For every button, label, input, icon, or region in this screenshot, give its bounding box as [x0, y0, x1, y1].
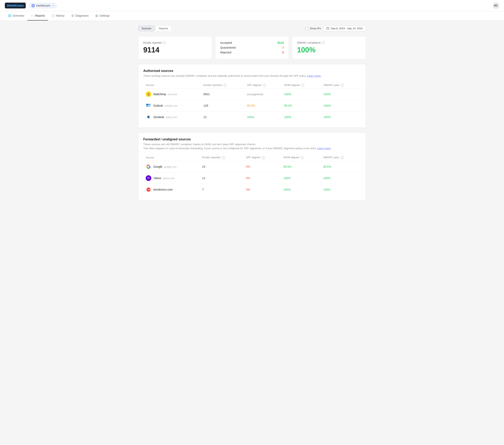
spf-aligned-value: 0% — [244, 184, 281, 195]
dkim-aligned-value: 100% — [281, 172, 321, 184]
spf-aligned-value: 0% — [244, 161, 281, 172]
dmarc-compliance-label: DMARC compliance i — [297, 41, 361, 44]
rejected-value: 0 — [282, 51, 284, 54]
table-row[interactable]: Outlook outlook.com 129 89.9% 99.2% 100% — [143, 100, 361, 111]
sources-tab-button[interactable]: Sources — [138, 26, 155, 31]
quarantined-label: Quarantined — [220, 46, 236, 49]
quarantined-value: 4 — [282, 46, 284, 49]
calendar-icon — [326, 27, 329, 30]
fwd-emails-reported-col-info[interactable]: i — [222, 156, 225, 159]
logo-highlight: wise — [18, 4, 24, 7]
fwd-dmarc-pass-col-info[interactable]: i — [341, 156, 344, 159]
forwarded-sources-tbody: Google google.com 24 0% 95.8% 95.8% Y! Y… — [143, 161, 361, 195]
nav-history[interactable]: 🕐 History — [48, 11, 68, 20]
dkim-aligned-col-info[interactable]: i — [301, 84, 304, 87]
show-ips-checkbox[interactable] — [305, 27, 308, 30]
diagnoses-icon: 🛡️ — [71, 14, 74, 17]
emails-count: 11 — [200, 172, 244, 184]
svg-rect-9 — [146, 105, 148, 107]
forwarded-desc-2: This often happens in case of automatic … — [143, 147, 316, 150]
source-cell: Zendesk zdsys.com — [143, 111, 201, 123]
authorized-sources-title: Authorized sources — [143, 69, 361, 73]
col-dkim-aligned: DKIM aligned i — [282, 82, 321, 88]
source-domain: yahoo.com — [163, 177, 175, 180]
emails-count: 129 — [201, 100, 245, 111]
dkim-aligned-value: 100% — [282, 88, 321, 100]
mailchimp-logo-icon: 🐒 — [146, 91, 151, 97]
authorized-sources-desc: These sending sources are (mostly) DMARC… — [143, 74, 361, 78]
main-content: Sources Reports Show IPs Sep 8, 2024 - S… — [133, 21, 371, 210]
dkim-aligned-value: 100% — [281, 184, 321, 195]
table-row[interactable]: TM trendmicro.com 7 0% 100% 100% — [143, 184, 361, 195]
emails-count: 24 — [200, 161, 244, 172]
col-emails-reported: Emails reported i — [201, 82, 245, 88]
emails-reported-card: Emails reported i 9114 — [138, 36, 212, 59]
source-cell: TM trendmicro.com — [143, 184, 200, 195]
logo[interactable]: DMARCwise — [5, 3, 26, 8]
fwd-spf-aligned-col-info[interactable]: i — [262, 156, 265, 159]
sub-nav: Sources Reports Show IPs Sep 8, 2024 - S… — [138, 26, 366, 31]
source-name: trendmicro.com — [153, 188, 173, 191]
spf-aligned-col-info[interactable]: i — [263, 84, 266, 87]
avatar[interactable]: MC — [493, 2, 499, 9]
nav-overview-label: Overview — [13, 14, 24, 17]
source-name: Google — [153, 165, 162, 168]
dmarc-pass-value: 100% — [321, 111, 361, 123]
spf-aligned-value: (unsupported) — [245, 88, 282, 100]
emails-reported-col-info[interactable]: i — [223, 84, 226, 87]
nav-reports[interactable]: ✉️ Reports — [27, 11, 48, 20]
source-name: Yahoo — [153, 176, 161, 180]
source-name: Outlook — [153, 104, 163, 107]
table-row[interactable]: Y! Yahoo yahoo.com 11 0% 100% 100% — [143, 172, 361, 184]
nav-settings[interactable]: ⚙️ Settings — [92, 11, 113, 20]
col-spf-aligned: SPF aligned i — [245, 82, 282, 88]
source-cell: 🐒 Mailchimp mcsv.net — [143, 88, 201, 100]
nav-diagnoses[interactable]: 🛡️ Diagnoses — [68, 11, 92, 20]
table-row[interactable]: 🐒 Mailchimp mcsv.net 8931 (unsupported) … — [143, 88, 361, 100]
forwarded-sources-section: Forwarded / unaligned sources These sour… — [138, 133, 366, 200]
logo-text: DMARC — [7, 4, 18, 7]
domain-tab[interactable]: trackbot.pro × — [29, 3, 57, 8]
fwd-dkim-aligned-col-info[interactable]: i — [301, 156, 304, 159]
table-row[interactable]: Zendesk zdsys.com 12 100% 100% 100% — [143, 111, 361, 123]
forwarded-learn-more[interactable]: Learn more. — [317, 147, 331, 150]
quarantined-row: Quarantined 4 — [220, 46, 284, 49]
dmarc-pass-col-info[interactable]: i — [341, 84, 344, 87]
forwarded-sources-title: Forwarded / unaligned sources — [143, 137, 361, 141]
disposition-card: Accepted 9110 Quarantined 4 Rejected 0 — [215, 36, 289, 59]
emails-count: 7 — [200, 184, 244, 195]
authorized-sources-learn-more[interactable]: Learn more. — [307, 74, 321, 77]
dmarc-compliance-card: DMARC compliance i 100% — [292, 36, 366, 59]
date-range-picker[interactable]: Sep 8, 2024 - Sep 14, 2024 — [323, 26, 366, 31]
spf-aligned-value: 0% — [244, 172, 281, 184]
table-row[interactable]: Google google.com 24 0% 95.8% 95.8% — [143, 161, 361, 172]
history-icon: 🕐 — [51, 14, 54, 17]
nav-diagnoses-label: Diagnoses — [75, 14, 89, 17]
nav-settings-label: Settings — [99, 14, 110, 17]
source-name: Mailchimp — [153, 93, 166, 96]
domain-icon — [32, 4, 35, 7]
domain-close-icon[interactable]: × — [53, 4, 54, 7]
dmarc-pass-value: 100% — [321, 184, 361, 195]
emails-reported-info-icon[interactable]: i — [163, 41, 166, 44]
yahoo-logo-icon: Y! — [146, 175, 151, 181]
date-range-text: Sep 8, 2024 - Sep 14, 2024 — [331, 27, 363, 30]
fwd-col-emails-reported: Emails reported i — [200, 154, 244, 161]
source-domain: outlook.com — [164, 104, 178, 107]
rejected-row: Rejected 0 — [220, 51, 284, 54]
show-ips-label: Show IPs — [310, 27, 321, 30]
domain-name: trackbot.pro — [36, 4, 50, 7]
reports-tab-button[interactable]: Reports — [156, 26, 172, 31]
dkim-aligned-value: 99.2% — [282, 100, 321, 111]
sub-nav-right: Show IPs Sep 8, 2024 - Sep 14, 2024 — [305, 26, 366, 31]
nav-overview[interactable]: 🌐 Overview — [5, 11, 27, 20]
forwarded-desc-1: These sources are still DMARC compliant,… — [143, 143, 256, 146]
nav-reports-label: Reports — [35, 14, 45, 17]
topbar-left: DMARCwise trackbot.pro × — [5, 3, 57, 8]
emails-count: 8931 — [201, 88, 245, 100]
globe-icon — [32, 5, 34, 7]
outlook-logo-icon — [146, 103, 151, 108]
dmarc-pass-value: 95.8% — [321, 161, 361, 172]
dmarc-compliance-info-icon[interactable]: i — [322, 41, 325, 44]
svg-rect-10 — [148, 105, 150, 107]
